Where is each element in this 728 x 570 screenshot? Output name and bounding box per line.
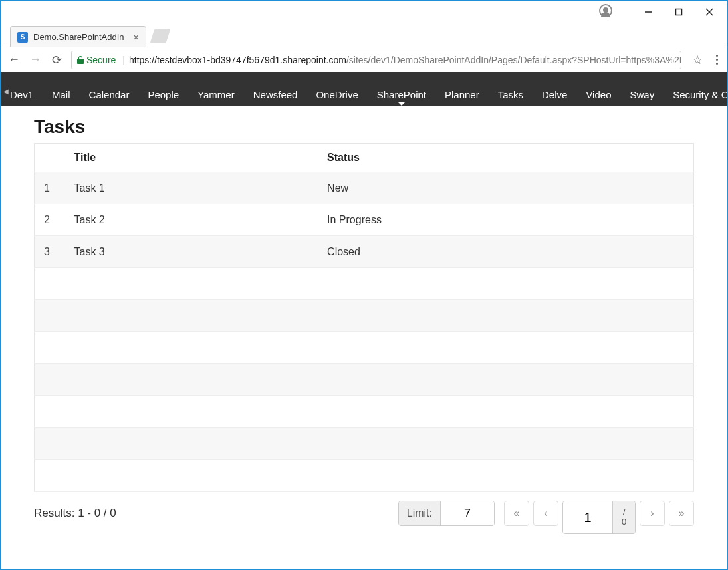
pager-first-button[interactable]: «: [504, 501, 529, 526]
secure-indicator: Secure: [77, 55, 116, 65]
suite-link-mail[interactable]: Mail: [43, 89, 80, 102]
suite-link-people[interactable]: People: [138, 89, 188, 102]
page-indicator: / 0: [562, 501, 636, 534]
window-close-button[interactable]: [694, 2, 725, 22]
table-row: [35, 460, 694, 492]
tab-title: Demo.SharePointAddIn: [33, 32, 124, 42]
tab-close-icon[interactable]: ×: [134, 32, 139, 43]
suite-link-newsfeed[interactable]: Newsfeed: [244, 89, 307, 102]
cell-index: [35, 268, 65, 300]
bookmark-star-icon[interactable]: ☆: [692, 53, 703, 67]
page-number-input[interactable]: [563, 501, 612, 533]
site-label[interactable]: ◀ Dev1: [1, 89, 43, 102]
sharepoint-favicon-icon: S: [17, 32, 28, 43]
cell-index: 2: [35, 204, 65, 236]
cell-index: [35, 396, 65, 428]
limit-label: Limit:: [399, 501, 441, 525]
active-caret-icon: [398, 102, 405, 106]
suite-link-sway[interactable]: Sway: [620, 89, 664, 102]
cell-status: [318, 460, 693, 492]
forward-button[interactable]: →: [29, 53, 42, 67]
table-row: [35, 332, 694, 364]
pager-next-button[interactable]: ›: [640, 501, 665, 526]
suite-link-sharepoint[interactable]: SharePoint: [368, 89, 435, 102]
cell-index: 1: [35, 172, 65, 204]
page-title: Tasks: [34, 116, 694, 138]
back-button[interactable]: ←: [7, 53, 21, 67]
page-total-sep: /: [623, 508, 626, 517]
page-total: / 0: [612, 501, 635, 533]
cell-index: [35, 332, 65, 364]
url-path: /sites/dev1/DemoSharePointAddIn/Pages/De…: [346, 55, 681, 65]
pager: « ‹ / 0 › »: [504, 501, 694, 526]
suite-link-calendar[interactable]: Calendar: [80, 89, 139, 102]
cell-status: Closed: [318, 236, 693, 268]
chevron-left-icon: ◀: [3, 88, 9, 95]
table-row[interactable]: 3Task 3Closed: [35, 236, 694, 268]
suite-link-planner[interactable]: Planner: [435, 89, 489, 102]
table-row[interactable]: 2Task 2In Progress: [35, 204, 694, 236]
browser-toolbar: ← → ⟳ Secure | https://testdevbox1-bd397…: [1, 47, 727, 72]
site-name: Dev1: [10, 89, 33, 100]
cell-status: [318, 364, 693, 396]
cell-index: [35, 364, 65, 396]
window-minimize-button[interactable]: [633, 2, 664, 22]
cell-title: Task 2: [65, 204, 318, 236]
url-host: https://testdevbox1-bd39747f5679d1.share…: [129, 55, 346, 65]
table-row: [35, 364, 694, 396]
browser-menu-icon[interactable]: [713, 52, 721, 67]
lock-icon: [77, 56, 84, 64]
suite-link-tasks[interactable]: Tasks: [489, 89, 533, 102]
cell-index: [35, 460, 65, 492]
window-maximize-button[interactable]: [664, 2, 694, 22]
table-row: [35, 396, 694, 428]
table-row: [35, 428, 694, 460]
cell-index: [35, 428, 65, 460]
cell-title: [65, 268, 318, 300]
table-row[interactable]: 1Task 1New: [35, 172, 694, 204]
pager-prev-button[interactable]: ‹: [533, 501, 558, 526]
cell-title: [65, 396, 318, 428]
window-titlebar: [1, 1, 727, 23]
cell-index: [35, 300, 65, 332]
svg-rect-1: [676, 9, 682, 15]
cell-title: [65, 364, 318, 396]
table-row: [35, 300, 694, 332]
pager-last-button[interactable]: »: [669, 501, 694, 526]
cell-title: [65, 460, 318, 492]
limit-control: Limit:: [398, 501, 495, 526]
separator: |: [122, 55, 125, 65]
results-summary: Results: 1 - 0 / 0: [34, 507, 116, 520]
suite-link-delve[interactable]: Delve: [533, 89, 576, 102]
cell-title: [65, 300, 318, 332]
cell-status: [318, 268, 693, 300]
limit-input[interactable]: [441, 501, 494, 525]
suite-link-onedrive[interactable]: OneDrive: [306, 89, 367, 102]
browser-tabstrip: S Demo.SharePointAddIn ×: [1, 23, 727, 47]
page-total-value: 0: [622, 517, 626, 527]
cell-title: [65, 428, 318, 460]
tasks-table: Title Status 1Task 1New2Task 2In Progres…: [34, 143, 694, 492]
cell-status: [318, 428, 693, 460]
user-account-icon[interactable]: [599, 4, 612, 20]
secure-label: Secure: [86, 55, 116, 65]
browser-tab[interactable]: S Demo.SharePointAddIn ×: [10, 26, 146, 47]
address-bar[interactable]: Secure | https://testdevbox1-bd39747f567…: [71, 51, 681, 69]
suite-link-security-compliance[interactable]: Security & Compliance: [664, 89, 727, 102]
cell-status: [318, 332, 693, 364]
suite-nav: ◀ Dev1 MailCalendarPeopleYammerNewsfeedO…: [1, 72, 727, 106]
col-header-index[interactable]: [35, 144, 65, 172]
col-header-status[interactable]: Status: [318, 144, 693, 172]
cell-status: New: [318, 172, 693, 204]
suite-links: MailCalendarPeopleYammerNewsfeedOneDrive…: [43, 89, 727, 102]
page-body: Tasks Title Status 1Task 1New2Task 2In P…: [1, 106, 727, 526]
new-tab-button[interactable]: [150, 29, 170, 43]
reload-button[interactable]: ⟳: [50, 53, 63, 67]
suite-link-video[interactable]: Video: [576, 89, 620, 102]
suite-link-yammer[interactable]: Yammer: [188, 89, 244, 102]
cell-status: In Progress: [318, 204, 693, 236]
table-header-row: Title Status: [35, 144, 694, 172]
cell-title: Task 3: [65, 236, 318, 268]
cell-title: Task 1: [65, 172, 318, 204]
col-header-title[interactable]: Title: [65, 144, 318, 172]
